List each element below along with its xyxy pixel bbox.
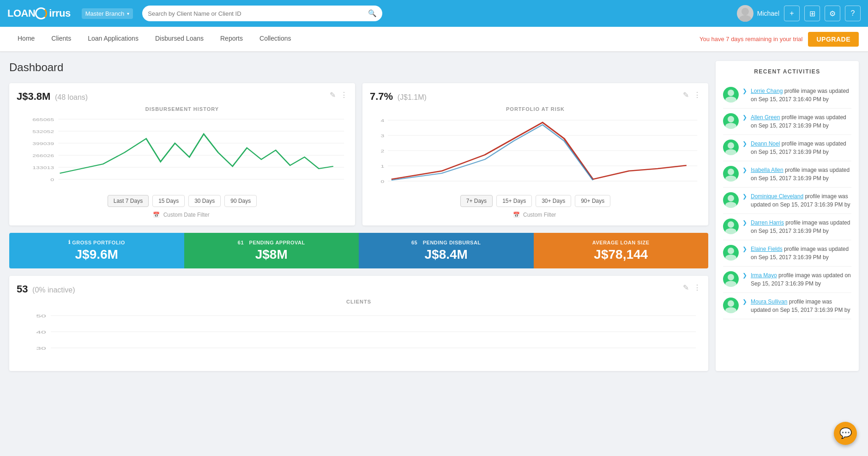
nav-collections[interactable]: Collections	[251, 27, 299, 52]
clients-edit-icon[interactable]: ✎	[683, 283, 689, 292]
activity-name-link[interactable]: Darren Harris	[751, 219, 784, 226]
main-navigation: Home Clients Loan Applications Disbursed…	[0, 27, 868, 52]
svg-point-38	[728, 195, 734, 201]
stat-avg-loan-size[interactable]: AVERAGE LOAN SIZE J$78,144	[534, 233, 709, 268]
info-icon: ℹ	[68, 239, 71, 245]
calculator-button[interactable]: ⊞	[804, 6, 820, 21]
disbursement-more-icon[interactable]: ⋮	[340, 91, 348, 99]
activity-chevron-icon: ❯	[742, 272, 747, 279]
user-profile[interactable]: Michael	[737, 5, 779, 22]
disbursement-custom-filter[interactable]: 📅 Custom Date Filter	[17, 212, 348, 218]
gross-portfolio-value: J$9.6M	[75, 247, 118, 262]
activity-name-link[interactable]: Moura Sullivan	[751, 298, 787, 305]
svg-text:2: 2	[380, 149, 384, 153]
activity-item: ❯ Allen Green profile image was updated …	[723, 109, 851, 135]
search-input[interactable]	[148, 10, 368, 17]
svg-text:532052: 532052	[32, 129, 54, 134]
filter-7days[interactable]: Last 7 Days	[108, 195, 149, 207]
logo-text: LOAN	[7, 7, 35, 19]
clients-more-icon[interactable]: ⋮	[693, 283, 701, 292]
filter-90days[interactable]: 90 Days	[224, 195, 257, 207]
svg-point-31	[725, 97, 736, 103]
portfolio-edit-icon[interactable]: ✎	[683, 91, 689, 99]
disbursement-value: J$3.8M	[17, 91, 50, 102]
activity-item: ❯ Irma Mayo profile image was updated on…	[723, 267, 851, 293]
charts-row: J$3.8M (48 loans) ✎ ⋮ DISBURSEMENT HISTO…	[9, 83, 708, 225]
chevron-down-icon: ▾	[127, 11, 129, 16]
activity-name-link[interactable]: Lorrie Chang	[751, 88, 783, 94]
svg-text:399039: 399039	[32, 141, 54, 146]
activity-item: ❯ Darren Harris profile image was update…	[723, 214, 851, 240]
activity-text: Irma Mayo profile image was updated on S…	[751, 272, 851, 287]
activity-name-link[interactable]: Elaine Fields	[751, 246, 783, 252]
portfolio-calendar-icon: 📅	[513, 212, 520, 218]
portfolio-chart-title: PORTFOLIO AT RISK	[370, 106, 701, 112]
portfolio-more-icon[interactable]: ⋮	[693, 91, 701, 99]
filter-15days[interactable]: 15 Days	[152, 195, 185, 207]
activity-item: ❯ Isabella Allen profile image was updat…	[723, 161, 851, 188]
activity-avatar	[723, 166, 739, 182]
activity-text: Elaine Fields profile image was updated …	[751, 246, 849, 261]
add-button[interactable]: +	[784, 6, 800, 21]
svg-text:1: 1	[380, 164, 384, 169]
svg-point-43	[725, 255, 736, 261]
activity-name-link[interactable]: Dominique Cleveland	[751, 193, 803, 200]
svg-point-42	[728, 248, 734, 254]
activity-chevron-icon: ❯	[742, 219, 747, 226]
portfolio-value-group: 7.7% (J$1.1M)	[370, 91, 427, 103]
activity-content: Lorrie Chang profile image was updated o…	[751, 87, 851, 103]
nav-items: Home Clients Loan Applications Disbursed…	[9, 27, 699, 52]
svg-point-46	[728, 300, 734, 307]
svg-text:133013: 133013	[32, 165, 54, 170]
filter-30plus[interactable]: 30+ Days	[536, 195, 571, 207]
svg-point-0	[741, 8, 749, 15]
nav-loan-applications[interactable]: Loan Applications	[79, 27, 147, 52]
stat-pending-approval[interactable]: 61 PENDING APPROVAL J$8M	[184, 233, 359, 268]
search-button[interactable]: 🔍	[368, 9, 377, 18]
disbursement-header: J$3.8M (48 loans) ✎ ⋮	[17, 91, 348, 103]
avg-loan-label: AVERAGE LOAN SIZE	[592, 240, 650, 245]
disbursement-edit-icon[interactable]: ✎	[330, 91, 336, 99]
activity-name-link[interactable]: Deann Noel	[751, 140, 780, 147]
activity-name-link[interactable]: Irma Mayo	[751, 272, 777, 279]
upgrade-button[interactable]: UPGRADE	[808, 32, 859, 47]
clients-chart-title: CLIENTS	[17, 299, 701, 304]
logo[interactable]: LOAN irrus	[7, 7, 71, 19]
branch-selector[interactable]: Master Branch ▾	[82, 8, 133, 19]
filter-7plus[interactable]: 7+ Days	[460, 195, 493, 207]
disbursement-chart-title: DISBURSEMENT HISTORY	[17, 106, 348, 112]
nav-disbursed-loans[interactable]: Disbursed Loans	[147, 27, 212, 52]
svg-point-41	[725, 228, 736, 234]
nav-reports[interactable]: Reports	[212, 27, 251, 52]
portfolio-value: 7.7%	[370, 91, 393, 102]
nav-home[interactable]: Home	[9, 27, 43, 52]
activity-name-link[interactable]: Allen Green	[751, 114, 780, 121]
trial-banner: You have 7 days remaining in your trial …	[699, 32, 859, 47]
calendar-icon: 📅	[153, 212, 160, 218]
portfolio-sub: (J$1.1M)	[398, 93, 427, 101]
clients-card: 53 (0% inactive) ✎ ⋮ CLIENTS 50 40 30	[9, 276, 708, 371]
stat-gross-portfolio[interactable]: ℹ GROSS PORTFOLIO J$9.6M	[9, 233, 184, 268]
clients-header: 53 (0% inactive) ✎ ⋮	[17, 283, 701, 295]
recent-activities-title: RECENT ACTIVITIES	[723, 68, 851, 75]
activity-item: ❯ Elaine Fields profile image was update…	[723, 240, 851, 267]
activity-name-link[interactable]: Isabella Allen	[751, 167, 784, 173]
svg-point-30	[728, 90, 734, 96]
settings-button[interactable]: ⚙	[825, 6, 840, 21]
stat-pending-disbursal[interactable]: 65 PENDING DISBURSAL J$8.4M	[359, 233, 534, 268]
filter-30days[interactable]: 30 Days	[188, 195, 221, 207]
clients-value: 53	[17, 283, 28, 295]
svg-point-40	[728, 221, 734, 228]
portfolio-custom-filter[interactable]: 📅 Custom Filter	[370, 212, 701, 218]
filter-15plus[interactable]: 15+ Days	[496, 195, 532, 207]
filter-90plus[interactable]: 90+ Days	[575, 195, 610, 207]
main-content: Dashboard J$3.8M (48 loans) ✎ ⋮ DISBURSE…	[0, 52, 868, 380]
svg-point-39	[725, 202, 736, 208]
disbursement-card: J$3.8M (48 loans) ✎ ⋮ DISBURSEMENT HISTO…	[9, 83, 355, 225]
help-button[interactable]: ?	[845, 6, 861, 21]
nav-clients[interactable]: Clients	[43, 27, 79, 52]
activity-text: Darren Harris profile image was updated …	[751, 219, 850, 234]
pending-disbursal-label: 65 PENDING DISBURSAL	[411, 240, 481, 245]
svg-text:0: 0	[50, 177, 54, 182]
avg-loan-value: J$78,144	[594, 247, 648, 262]
